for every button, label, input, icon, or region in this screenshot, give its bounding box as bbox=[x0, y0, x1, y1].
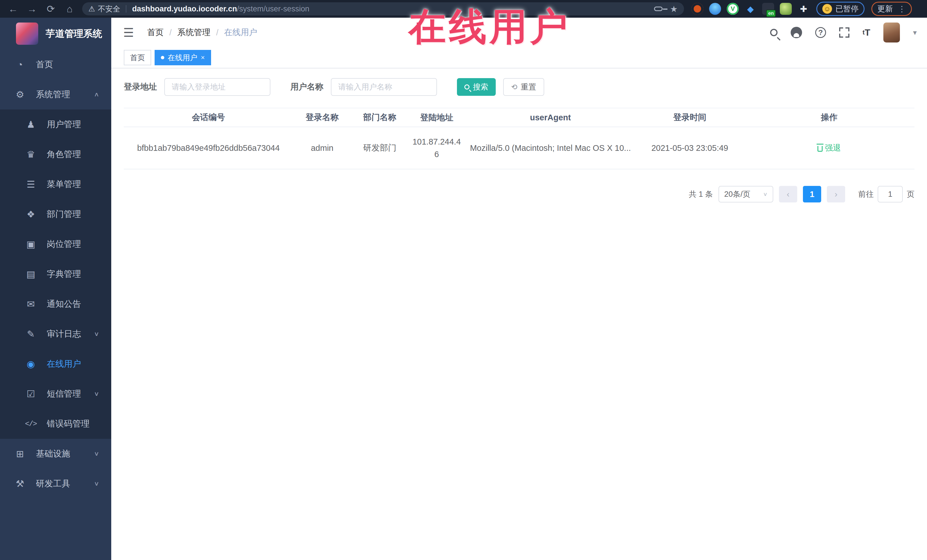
update-button[interactable]: 更新 ⋮ bbox=[871, 2, 912, 16]
sidebar: 芋道管理系统 ◔ 首页 ⚙ 系统管理 ∧ ♟ 用户管理 ♛ 角色管理 bbox=[0, 18, 111, 560]
help-icon[interactable]: ? bbox=[815, 27, 826, 38]
username-input[interactable] bbox=[331, 78, 437, 96]
sidebar-item-dev-tools[interactable]: ⚒ 研发工具 ∨ bbox=[0, 469, 111, 499]
tab-close-icon[interactable]: × bbox=[201, 54, 205, 62]
github-icon[interactable] bbox=[791, 27, 802, 38]
goto-page-input[interactable] bbox=[878, 186, 903, 202]
extension-bulb-icon[interactable] bbox=[709, 3, 721, 15]
sidebar-item-post-management[interactable]: ▣ 岗位管理 bbox=[0, 229, 111, 259]
pagination: 共 1 条 20条/页 ∨ ‹ 1 › 前往 页 bbox=[124, 186, 915, 202]
cell-ip: 101.87.244.46 bbox=[408, 135, 465, 161]
browser-back-button[interactable]: ← bbox=[4, 1, 22, 17]
column-login-time: 登录时间 bbox=[636, 112, 744, 123]
annotation-title: 在线用户 bbox=[409, 2, 570, 52]
page-size-select[interactable]: 20条/页 ∨ bbox=[719, 186, 773, 202]
browser-home-button[interactable]: ⌂ bbox=[61, 1, 79, 17]
address-divider bbox=[126, 5, 126, 12]
address-bar[interactable]: ⚠ 不安全 dashboard.yudao.iocoder.cn/system/… bbox=[82, 2, 684, 15]
extension-translate-icon[interactable]: en bbox=[762, 3, 774, 15]
browser-forward-button[interactable]: → bbox=[23, 1, 41, 17]
role-icon: ♛ bbox=[24, 149, 37, 160]
gear-icon: ⚙ bbox=[14, 89, 26, 100]
breadcrumb-system[interactable]: 系统管理 bbox=[178, 27, 211, 38]
extensions-puzzle-icon[interactable]: ✚ bbox=[798, 3, 810, 15]
badge-icon: ▣ bbox=[24, 239, 37, 250]
dashboard-icon: ◔ bbox=[14, 59, 26, 70]
table-header-row: 会话编号 登录名称 部门名称 登陆地址 userAgent 登录时间 操作 bbox=[124, 108, 915, 127]
sidebar-item-home[interactable]: ◔ 首页 bbox=[0, 50, 111, 80]
book-icon: ▤ bbox=[24, 269, 37, 280]
search-button-icon bbox=[464, 84, 470, 90]
emoji-face-icon: ☺ bbox=[822, 4, 832, 14]
security-label[interactable]: 不安全 bbox=[98, 4, 120, 14]
avatar-caret-down-icon[interactable]: ▾ bbox=[913, 28, 917, 37]
breadcrumb-separator: / bbox=[216, 28, 219, 37]
prev-page-button[interactable]: ‹ bbox=[779, 186, 797, 202]
font-size-icon[interactable]: tT bbox=[863, 27, 870, 38]
chevron-down-icon: ∨ bbox=[94, 480, 99, 487]
username-label: 用户名称 bbox=[290, 81, 324, 93]
search-icon[interactable] bbox=[770, 29, 778, 36]
column-user-agent: userAgent bbox=[465, 113, 636, 122]
browser-menu-icon[interactable]: ⋮ bbox=[898, 4, 906, 14]
cell-username: admin bbox=[293, 143, 351, 153]
sidebar-item-user-management[interactable]: ♟ 用户管理 bbox=[0, 109, 111, 140]
tab-online-users[interactable]: 在线用户 × bbox=[155, 50, 211, 65]
login-address-input[interactable] bbox=[164, 78, 271, 96]
filter-form: 登录地址 用户名称 搜索 ⟲ 重置 bbox=[124, 78, 915, 96]
reset-button[interactable]: ⟲ 重置 bbox=[503, 78, 544, 96]
org-tree-icon: ❖ bbox=[24, 209, 37, 220]
sidebar-logo-row[interactable]: 芋道管理系统 bbox=[0, 18, 111, 50]
extension-v-icon[interactable]: V bbox=[727, 3, 739, 15]
page-unit-label: 页 bbox=[907, 189, 915, 199]
extension-green-icon[interactable] bbox=[780, 3, 792, 15]
password-key-icon[interactable] bbox=[654, 6, 663, 11]
tab-home[interactable]: 首页 bbox=[124, 50, 151, 65]
url-domain: dashboard.yudao.iocoder.cn bbox=[132, 5, 237, 13]
sidebar-item-role-management[interactable]: ♛ 角色管理 bbox=[0, 140, 111, 169]
active-tab-dot bbox=[161, 56, 164, 59]
sidebar-item-sms-management[interactable]: ☑ 短信管理 ∨ bbox=[0, 379, 111, 409]
force-logout-button[interactable]: 强退 bbox=[818, 143, 841, 153]
online-users-table: 会话编号 登录名称 部门名称 登陆地址 userAgent 登录时间 操作 bf… bbox=[124, 108, 915, 169]
search-button[interactable]: 搜索 bbox=[457, 78, 496, 96]
sidebar-item-audit-log[interactable]: ✎ 审计日志 ∨ bbox=[0, 319, 111, 349]
code-icon: </> bbox=[24, 420, 37, 428]
list-icon: ☰ bbox=[24, 179, 37, 190]
sidebar-item-notice[interactable]: ✉ 通知公告 bbox=[0, 289, 111, 319]
column-dept: 部门名称 bbox=[351, 112, 408, 123]
sidebar-item-online-users[interactable]: ◉ 在线用户 bbox=[0, 349, 111, 379]
monitor-icon: ⊞ bbox=[14, 448, 26, 459]
message-icon: ✉ bbox=[24, 299, 37, 310]
user-icon: ♟ bbox=[24, 119, 37, 130]
sidebar-toggle-icon[interactable]: ☰ bbox=[123, 26, 134, 39]
tools-icon: ⚒ bbox=[14, 478, 26, 489]
extension-gem-icon[interactable]: ◆ bbox=[745, 3, 757, 15]
sidebar-item-system-management[interactable]: ⚙ 系统管理 ∧ bbox=[0, 80, 111, 109]
avatar[interactable] bbox=[883, 23, 900, 42]
next-page-button[interactable]: › bbox=[827, 186, 845, 202]
extension-adblock-icon[interactable] bbox=[691, 3, 704, 15]
paused-badge[interactable]: ☺ 已暂停 bbox=[816, 2, 865, 16]
sidebar-item-error-code[interactable]: </> 错误码管理 bbox=[0, 409, 111, 439]
sidebar-item-dept-management[interactable]: ❖ 部门管理 bbox=[0, 199, 111, 229]
column-session-id: 会话编号 bbox=[124, 112, 293, 123]
sidebar-item-menu-management[interactable]: ☰ 菜单管理 bbox=[0, 169, 111, 199]
page-content: 登录地址 用户名称 搜索 ⟲ 重置 bbox=[111, 68, 927, 560]
current-page-button[interactable]: 1 bbox=[803, 186, 821, 202]
select-caret-icon: ∨ bbox=[763, 191, 767, 197]
sidebar-item-dict-management[interactable]: ▤ 字典管理 bbox=[0, 259, 111, 289]
sidebar-item-infrastructure[interactable]: ⊞ 基础设施 ∨ bbox=[0, 439, 111, 469]
chevron-down-icon: ∨ bbox=[94, 331, 99, 338]
login-address-label: 登录地址 bbox=[124, 81, 157, 93]
chevron-down-icon: ∨ bbox=[94, 450, 99, 457]
cell-dept: 研发部门 bbox=[351, 142, 408, 154]
fullscreen-icon[interactable] bbox=[839, 27, 849, 38]
browser-reload-button[interactable]: ⟳ bbox=[42, 1, 60, 17]
chevron-up-icon: ∧ bbox=[94, 91, 99, 98]
update-label: 更新 bbox=[877, 4, 893, 14]
breadcrumb-home[interactable]: 首页 bbox=[147, 27, 164, 38]
column-ip: 登陆地址 bbox=[408, 111, 465, 124]
bookmark-star-icon[interactable]: ★ bbox=[670, 4, 678, 14]
translate-en-badge: en bbox=[766, 10, 776, 17]
